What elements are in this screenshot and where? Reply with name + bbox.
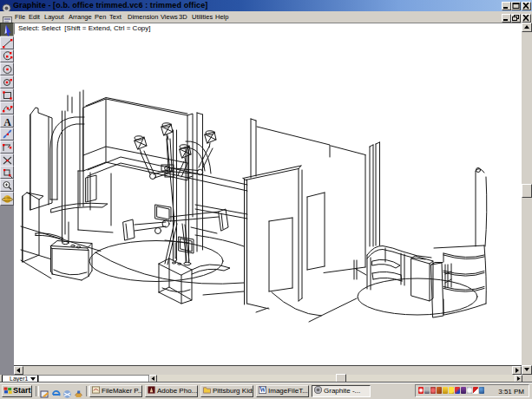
- svg-text:W: W: [259, 387, 266, 394]
- svg-text:A: A: [3, 116, 11, 127]
